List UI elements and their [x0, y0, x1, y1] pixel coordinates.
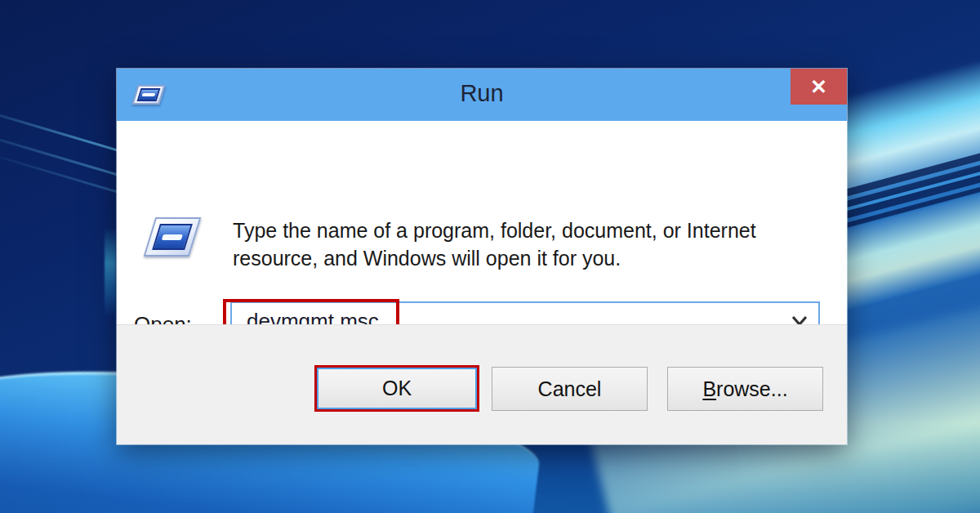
titlebar: Run ✕ — [117, 69, 847, 121]
browse-button[interactable]: Browse... — [667, 367, 823, 411]
run-icon — [144, 217, 202, 256]
dialog-description: Type the name of a program, folder, docu… — [233, 216, 809, 272]
cancel-button[interactable]: Cancel — [492, 367, 648, 411]
window-title: Run — [117, 69, 847, 121]
dialog-footer: OK Cancel Browse... — [117, 324, 847, 444]
ok-button[interactable]: OK — [317, 368, 477, 409]
close-icon: ✕ — [810, 75, 827, 98]
run-icon-slot — [162, 234, 183, 240]
browse-accelerator: B — [702, 377, 716, 400]
run-dialog-window: Run ✕ Type the name of a program, folder… — [117, 69, 847, 444]
browse-rest: rowse... — [716, 377, 788, 400]
wallpaper-streak — [105, 227, 116, 317]
close-button[interactable]: ✕ — [791, 69, 847, 105]
dialog-body: Type the name of a program, folder, docu… — [117, 121, 847, 324]
